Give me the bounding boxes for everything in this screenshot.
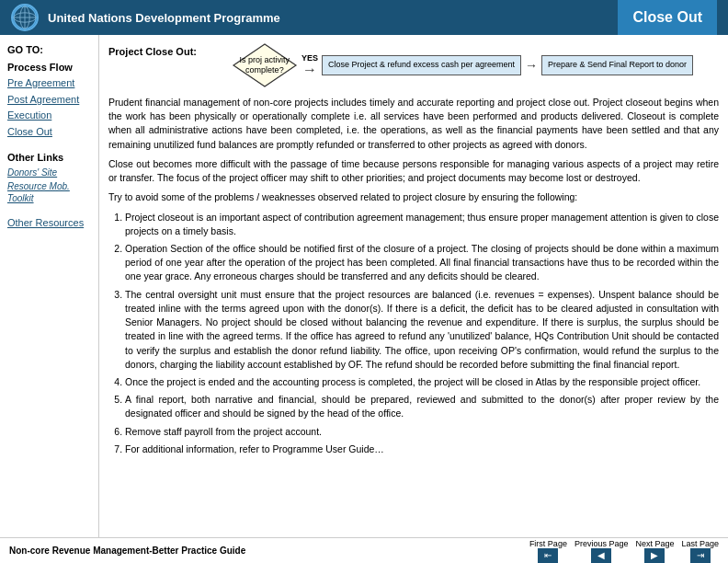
diamond-text: Is proj activity complete? bbox=[232, 55, 298, 75]
paragraph-1: Prudent financial management of non-core… bbox=[108, 96, 719, 152]
list-item: For additional information, refer to Pro… bbox=[125, 442, 719, 456]
sidebar-item-pre-agreement[interactable]: Pre Agreement bbox=[7, 76, 91, 90]
org-name: United Nations Development Programme bbox=[48, 11, 280, 25]
sidebar-item-post-agreement[interactable]: Post Agreement bbox=[7, 93, 91, 107]
main-layout: GO TO: Process Flow Pre Agreement Post A… bbox=[0, 35, 728, 537]
footer-nav: First Page ⇤ Previous Page ◀ Next Page ▶… bbox=[529, 539, 719, 563]
prev-page-button[interactable]: ◀ bbox=[591, 548, 611, 563]
paragraph-2: Close out becomes more difficult with th… bbox=[108, 157, 719, 185]
prev-page-label: Previous Page bbox=[574, 539, 629, 548]
first-page-icon: ⇤ bbox=[544, 550, 552, 560]
footer-nav-last: Last Page ⇥ bbox=[681, 539, 719, 563]
numbered-list: Project closeout is an important aspect … bbox=[125, 211, 719, 457]
sidebar-other-resources[interactable]: Other Resources bbox=[7, 217, 91, 228]
sidebar-item-process-flow[interactable]: Process Flow bbox=[7, 61, 91, 75]
list-item: The central oversight unit must ensure t… bbox=[125, 288, 719, 372]
next-page-label: Next Page bbox=[635, 539, 674, 548]
prev-page-icon: ◀ bbox=[597, 550, 605, 560]
next-page-button[interactable]: ▶ bbox=[644, 548, 665, 563]
paragraph-3: Try to avoid some of the problems / weak… bbox=[108, 190, 719, 204]
list-item: Remove staff payroll from the project ac… bbox=[125, 425, 719, 439]
last-page-icon: ⇥ bbox=[697, 550, 704, 560]
list-item: Once the project is ended and the accoun… bbox=[125, 375, 719, 389]
flow-diamond: Is proj activity complete? bbox=[232, 42, 298, 88]
first-page-label: First Page bbox=[529, 539, 567, 548]
flow-section: Project Close Out: Is proj activity comp… bbox=[108, 42, 719, 88]
last-page-label: Last Page bbox=[681, 539, 719, 548]
footer-guide-title: Non-core Revenue Management-Better Pract… bbox=[9, 546, 245, 556]
footer-nav-first: First Page ⇤ bbox=[529, 539, 567, 563]
other-links-label: Other Links bbox=[7, 152, 91, 163]
sidebar-link-resource-mob[interactable]: Resource Mob. Toolkit bbox=[7, 180, 91, 204]
sidebar-item-close-out[interactable]: Close Out bbox=[7, 125, 91, 139]
first-page-button[interactable]: ⇤ bbox=[538, 548, 558, 563]
flow-arrow-2: → bbox=[525, 58, 538, 73]
content-area: Project Close Out: Is proj activity comp… bbox=[99, 35, 728, 537]
flow-box-prepare-send: Prepare & Send Final Report to donor bbox=[541, 55, 693, 75]
flow-box-close-project: Close Project & refund excess cash per a… bbox=[322, 55, 521, 75]
flow-diagram: Is proj activity complete? YES → Close P… bbox=[206, 42, 719, 88]
goto-label: GO TO: bbox=[7, 44, 91, 55]
un-logo bbox=[11, 4, 39, 31]
sidebar: GO TO: Process Flow Pre Agreement Post A… bbox=[0, 35, 99, 537]
list-item: A final report, both narrative and finan… bbox=[125, 393, 719, 420]
header-left: United Nations Development Programme bbox=[11, 4, 280, 31]
sidebar-item-execution[interactable]: Execution bbox=[7, 109, 91, 122]
flow-yes-arrow: YES → bbox=[301, 53, 318, 77]
footer-nav-prev: Previous Page ◀ bbox=[574, 539, 629, 563]
last-page-button[interactable]: ⇥ bbox=[690, 548, 711, 563]
footer-nav-next: Next Page ▶ bbox=[635, 539, 674, 563]
list-item: Operation Section of the office should b… bbox=[125, 242, 719, 284]
footer: Non-core Revenue Management-Better Pract… bbox=[0, 537, 728, 563]
list-item: Project closeout is an important aspect … bbox=[125, 211, 719, 238]
header: United Nations Development Programme Clo… bbox=[0, 0, 728, 35]
sidebar-link-donors-site[interactable]: Donors' Site bbox=[7, 167, 91, 178]
header-title: Close Out bbox=[618, 0, 717, 35]
next-page-icon: ▶ bbox=[651, 550, 658, 560]
project-close-label: Project Close Out: bbox=[108, 42, 197, 57]
